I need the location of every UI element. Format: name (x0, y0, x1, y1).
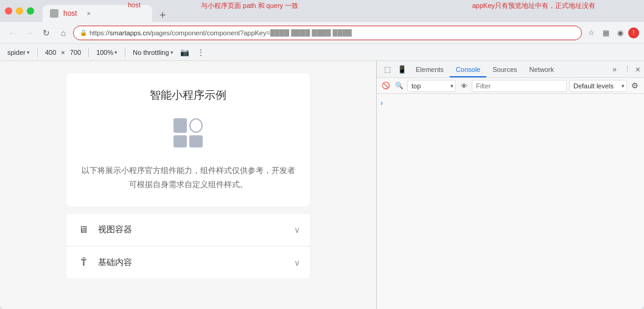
refresh-button[interactable]: ↻ (39, 26, 54, 40)
devtools-panel: ⬚ 📱 Elements Console Sources Network (376, 61, 644, 309)
new-tab-button[interactable]: + (157, 9, 169, 22)
basic-content-arrow: ∨ (294, 258, 300, 268)
console-settings-button[interactable]: ⚙ (629, 80, 640, 91)
levels-selector[interactable]: Default levels (569, 80, 627, 92)
view-container-icon: 🖥 (76, 222, 91, 237)
devtools-settings-button[interactable]: ⋮ (624, 65, 631, 73)
eye-button[interactable]: 👁 (458, 80, 469, 91)
height-field[interactable]: 700 (68, 49, 83, 56)
browser-toolbar: spider ▾ 400 × 700 100% ▾ No throttling … (0, 44, 644, 61)
device-arrow: ▾ (27, 49, 30, 55)
console-prompt: › (380, 99, 640, 107)
tab-close-button[interactable]: × (85, 9, 93, 18)
browser-window: host × + host 与小程序页面 path 和 query 一致 app… (0, 0, 644, 309)
throttling-value: No throttling (133, 49, 169, 56)
traffic-lights (5, 7, 34, 15)
toolbar-divider-2 (88, 48, 89, 57)
width-value: 400 (45, 49, 56, 56)
icon-placeholder (173, 118, 203, 147)
dimension-separator: × (61, 49, 65, 56)
list-item-view-container[interactable]: 🖥 视图容器 ∨ (66, 214, 310, 246)
url-text: https://smartapps.cn/pages/component/com… (89, 29, 352, 37)
lock-icon: 🔒 (80, 29, 87, 36)
title-bar: host × + host 与小程序页面 path 和 query 一致 app… (0, 0, 644, 22)
icon-sq-3 (173, 135, 187, 147)
device-selector[interactable]: spider ▾ (5, 49, 32, 56)
zoom-value: 100% (96, 49, 113, 56)
device-label: spider (7, 49, 26, 56)
extension-button[interactable]: ! (628, 27, 639, 38)
close-button[interactable] (5, 7, 12, 15)
zoom-selector[interactable]: 100% ▾ (94, 49, 120, 56)
home-button[interactable]: ⌂ (56, 26, 71, 40)
back-button[interactable]: ← (5, 26, 19, 40)
nav-actions: ☆ ▦ ◉ ! (584, 26, 639, 40)
basic-content-icon: T̈ (76, 255, 91, 270)
list-item-basic-content[interactable]: T̈ 基础内容 ∨ (66, 247, 310, 279)
view-container-arrow: ∨ (294, 225, 300, 235)
minimize-button[interactable] (16, 7, 23, 15)
icon-sq-1 (173, 118, 187, 133)
page-container: 智能小程序示例 以下将展示小程序官方组件能力，组件样式仅供参考，开发者可根据自身… (66, 73, 310, 279)
icon-sq-2 (189, 118, 203, 133)
hero-card: 智能小程序示例 以下将展示小程序官方组件能力，组件样式仅供参考，开发者可根据自身… (66, 73, 310, 207)
reader-button[interactable]: ◉ (614, 26, 627, 40)
devtools-toolbar: 🚫 🔍 top ▾ 👁 Default levels ▾ (377, 78, 644, 94)
toolbar-divider-1 (37, 48, 38, 57)
capture-button[interactable]: 📷 (178, 46, 192, 59)
clear-console-button[interactable]: 🚫 (380, 80, 391, 91)
star-button[interactable]: ☆ (584, 26, 598, 40)
context-selector[interactable]: top (407, 80, 456, 92)
device-toggle-button[interactable]: 📱 (395, 63, 408, 76)
maximize-button[interactable] (27, 7, 34, 15)
height-value: 700 (70, 49, 81, 56)
tab-title: host (63, 9, 77, 18)
browser-content: 智能小程序示例 以下将展示小程序官方组件能力，组件样式仅供参考，开发者可根据自身… (0, 61, 376, 309)
qr-button[interactable]: ▦ (599, 26, 612, 40)
tab-title-host: host (63, 9, 77, 18)
levels-wrap: Default levels ▾ (569, 80, 627, 92)
devtools-close-button[interactable]: × (635, 65, 640, 74)
page-icon (170, 115, 206, 151)
toolbar-divider-3 (125, 48, 125, 57)
console-filter-input[interactable] (472, 80, 567, 92)
main-area: 智能小程序示例 以下将展示小程序官方组件能力，组件样式仅供参考，开发者可根据自身… (0, 61, 644, 309)
nav-bar: ← → ↻ ⌂ 🔒 https://smartapps.cn/pages/com… (0, 22, 644, 44)
console-prompt-arrow: › (380, 99, 383, 107)
throttling-arrow: ▾ (170, 49, 173, 55)
context-wrap: top ▾ (407, 80, 456, 92)
devtools-content: › (377, 94, 644, 309)
devtools-tabs-container: Elements Console Sources Network (410, 61, 607, 77)
tab-favicon (50, 9, 58, 18)
throttling-selector[interactable]: No throttling ▾ (130, 49, 175, 56)
basic-content-label: 基础内容 (98, 257, 287, 268)
view-container-label: 视图容器 (98, 224, 287, 235)
forward-button[interactable]: → (22, 26, 37, 40)
tab-sources[interactable]: Sources (486, 63, 523, 77)
address-bar[interactable]: 🔒 https://smartapps.cn/pages/component/c… (73, 26, 582, 40)
icon-sq-4 (189, 135, 203, 147)
tab-console[interactable]: Console (450, 63, 486, 77)
more-options-button[interactable]: ⋮ (194, 46, 208, 59)
devtools-more-button[interactable]: » (609, 65, 620, 74)
tab-bar: host × + (43, 0, 639, 22)
page-title: 智能小程序示例 (81, 88, 295, 102)
tab-elements[interactable]: Elements (410, 63, 450, 77)
tab-network[interactable]: Network (523, 63, 560, 77)
active-tab[interactable]: host × (43, 5, 152, 22)
console-filter-toggle[interactable]: 🔍 (394, 80, 405, 91)
devtools-icon-bar: ⬚ 📱 Elements Console Sources Network (377, 61, 644, 78)
page-description: 以下将展示小程序官方组件能力，组件样式仅供参考，开发者可根据自身需求自定义组件样… (81, 163, 295, 192)
inspect-element-button[interactable]: ⬚ (380, 63, 394, 76)
width-field[interactable]: 400 (43, 49, 58, 56)
zoom-arrow: ▾ (114, 49, 117, 55)
